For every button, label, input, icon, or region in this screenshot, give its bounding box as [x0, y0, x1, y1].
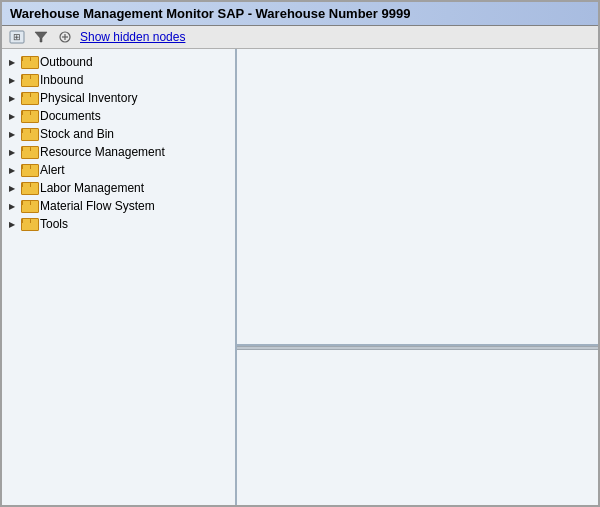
- arrow-material-flow-system: ▶: [6, 200, 18, 212]
- folder-icon-tools: [21, 218, 37, 231]
- tree-label-tools: Tools: [40, 217, 68, 231]
- arrow-labor-management: ▶: [6, 182, 18, 194]
- tree-item-tools[interactable]: ▶Tools: [2, 215, 235, 233]
- title-bar: Warehouse Management Monitor SAP - Wareh…: [2, 2, 598, 26]
- tree-panel: ▶Outbound▶Inbound▶Physical Inventory▶Doc…: [2, 49, 237, 505]
- folder-icon-inbound: [21, 74, 37, 87]
- arrow-resource-management: ▶: [6, 146, 18, 158]
- tree-label-stock-and-bin: Stock and Bin: [40, 127, 114, 141]
- tree-label-inbound: Inbound: [40, 73, 83, 87]
- tree-item-material-flow-system[interactable]: ▶Material Flow System: [2, 197, 235, 215]
- folder-icon-material-flow-system: [21, 200, 37, 213]
- tree-label-outbound: Outbound: [40, 55, 93, 69]
- tree-label-alert: Alert: [40, 163, 65, 177]
- right-panel: [237, 49, 598, 505]
- filter-icon[interactable]: [32, 29, 50, 45]
- tree-label-resource-management: Resource Management: [40, 145, 165, 159]
- tree-label-material-flow-system: Material Flow System: [40, 199, 155, 213]
- arrow-inbound: ▶: [6, 74, 18, 86]
- folder-icon-alert: [21, 164, 37, 177]
- right-top-pane: [237, 49, 598, 346]
- main-window: Warehouse Management Monitor SAP - Wareh…: [0, 0, 600, 507]
- tree-item-labor-management[interactable]: ▶Labor Management: [2, 179, 235, 197]
- tree-item-physical-inventory[interactable]: ▶Physical Inventory: [2, 89, 235, 107]
- show-hidden-nodes-link[interactable]: Show hidden nodes: [80, 30, 185, 44]
- tree-item-stock-and-bin[interactable]: ▶Stock and Bin: [2, 125, 235, 143]
- window-title: Warehouse Management Monitor SAP - Wareh…: [10, 6, 410, 21]
- tree-item-resource-management[interactable]: ▶Resource Management: [2, 143, 235, 161]
- right-bottom-pane: [237, 350, 598, 505]
- svg-text:⊞: ⊞: [13, 32, 21, 42]
- arrow-documents: ▶: [6, 110, 18, 122]
- folder-icon-outbound: [21, 56, 37, 69]
- arrow-physical-inventory: ▶: [6, 92, 18, 104]
- toolbar: ⊞ Show hidden nodes: [2, 26, 598, 49]
- refresh-icon[interactable]: ⊞: [8, 29, 26, 45]
- arrow-outbound: ▶: [6, 56, 18, 68]
- folder-icon-documents: [21, 110, 37, 123]
- tree-item-documents[interactable]: ▶Documents: [2, 107, 235, 125]
- tree-label-physical-inventory: Physical Inventory: [40, 91, 137, 105]
- tree-item-inbound[interactable]: ▶Inbound: [2, 71, 235, 89]
- tree-label-labor-management: Labor Management: [40, 181, 144, 195]
- tree-item-alert[interactable]: ▶Alert: [2, 161, 235, 179]
- main-content: ▶Outbound▶Inbound▶Physical Inventory▶Doc…: [2, 49, 598, 505]
- tree-item-outbound[interactable]: ▶Outbound: [2, 53, 235, 71]
- arrow-tools: ▶: [6, 218, 18, 230]
- arrow-stock-and-bin: ▶: [6, 128, 18, 140]
- folder-icon-physical-inventory: [21, 92, 37, 105]
- svg-marker-2: [35, 32, 47, 42]
- folder-icon-labor-management: [21, 182, 37, 195]
- folder-icon-stock-and-bin: [21, 128, 37, 141]
- arrow-alert: ▶: [6, 164, 18, 176]
- expand-icon[interactable]: [56, 29, 74, 45]
- folder-icon-resource-management: [21, 146, 37, 159]
- tree-label-documents: Documents: [40, 109, 101, 123]
